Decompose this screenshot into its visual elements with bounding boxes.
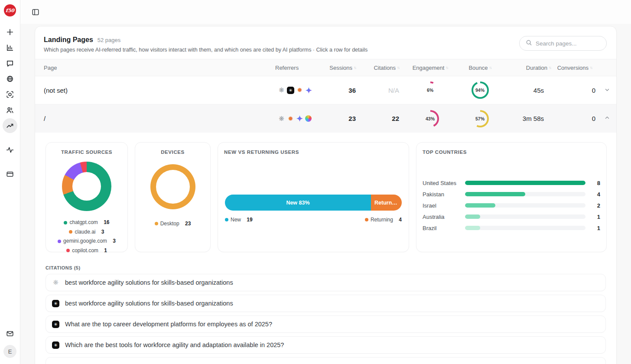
country-row: Australia 1 bbox=[423, 211, 600, 222]
sidebar-item-billing[interactable] bbox=[3, 167, 17, 182]
returning-users-segment: Returning 17% bbox=[371, 195, 402, 211]
citation-item[interactable]: best workforce agility solutions for ski… bbox=[46, 295, 606, 312]
panel-toggle-icon bbox=[32, 8, 39, 16]
sidebar-item-web[interactable] bbox=[3, 72, 17, 86]
chatgpt-icon bbox=[278, 87, 285, 94]
column-header-page[interactable]: Page bbox=[35, 65, 267, 71]
conversions-cell: 0 bbox=[557, 87, 598, 94]
citation-item[interactable]: What are the top career development plat… bbox=[46, 315, 606, 333]
legend-item: Returning 4 bbox=[365, 217, 402, 223]
new-vs-returning-legend: New 19 Returning 4 bbox=[225, 217, 402, 223]
devices-card: DEVICES Desktop 23 bbox=[135, 142, 211, 252]
engagement-ring: 6% bbox=[422, 81, 439, 99]
search-pages-box[interactable] bbox=[519, 36, 607, 51]
chevron-up-icon bbox=[604, 115, 610, 122]
sidebar-item-conversations[interactable] bbox=[3, 56, 17, 71]
landing-pages-card: Landing Pages 52 pages Which pages recei… bbox=[35, 26, 617, 364]
user-avatar[interactable]: E bbox=[3, 345, 16, 358]
citation-text: best workforce agility solutions for ski… bbox=[65, 279, 233, 286]
sidebar-item-tracking[interactable] bbox=[3, 87, 17, 102]
column-header-conversions[interactable]: Conversions bbox=[557, 65, 598, 71]
trend-up-icon bbox=[6, 122, 14, 130]
column-header-sessions[interactable]: Sessions bbox=[319, 65, 362, 71]
app-root: f50 bbox=[0, 0, 631, 364]
traffic-sources-legend: chatgpt.com 16claude.ai 3 gemini.google.… bbox=[52, 218, 121, 255]
bar-chart-icon bbox=[6, 44, 14, 52]
sessions-cell: 23 bbox=[319, 115, 362, 122]
card-header: Landing Pages 52 pages Which pages recei… bbox=[35, 26, 616, 59]
chatgpt-icon bbox=[52, 279, 59, 286]
new-vs-returning-card: NEW VS RETURNING USERS New 83% Returning… bbox=[218, 142, 409, 252]
ai-dark-icon bbox=[52, 341, 59, 349]
country-row: United States 8 bbox=[423, 177, 600, 188]
devices-legend: Desktop 23 bbox=[141, 221, 204, 227]
citations-cell: N/A bbox=[362, 87, 405, 94]
ai-dark-icon bbox=[287, 87, 294, 94]
chevron-down-icon bbox=[604, 87, 610, 94]
bounce-ring: 57% bbox=[472, 110, 489, 127]
inbox-button[interactable] bbox=[3, 326, 17, 341]
new-vs-returning-bar: New 83% Returning 17% bbox=[225, 195, 402, 211]
gemini-icon bbox=[305, 87, 312, 94]
citation-text: What are the top career development plat… bbox=[65, 321, 272, 328]
new-item-button[interactable] bbox=[3, 25, 17, 39]
citation-item[interactable]: Which are the best tools for workforce a… bbox=[46, 336, 606, 354]
country-row: Pakistan 4 bbox=[423, 188, 600, 200]
new-vs-returning-title: NEW VS RETURNING USERS bbox=[224, 150, 403, 155]
country-row: Israel 2 bbox=[423, 200, 600, 211]
citation-item[interactable]: best workforce agility solutions for ski… bbox=[46, 274, 606, 291]
citations-heading: CITATIONS (5) bbox=[46, 265, 606, 270]
citations-section: CITATIONS (5) best workforce agility sol… bbox=[35, 252, 616, 364]
users-icon bbox=[6, 106, 14, 114]
traffic-sources-card: TRAFFIC SOURCES chatgpt.com 16claude.ai … bbox=[46, 142, 128, 252]
column-header-duration[interactable]: Duration bbox=[505, 65, 557, 71]
search-pages-input[interactable] bbox=[536, 40, 600, 47]
ai-dark-icon bbox=[52, 321, 59, 328]
scan-eye-icon bbox=[6, 91, 14, 98]
engagement-ring: 43% bbox=[422, 110, 439, 127]
referrers-cell bbox=[267, 115, 319, 122]
topbar bbox=[20, 0, 631, 24]
row-detail-panel: TRAFFIC SOURCES chatgpt.com 16claude.ai … bbox=[35, 133, 616, 252]
duration-cell: 3m 58s bbox=[505, 115, 557, 122]
copilot-icon bbox=[305, 115, 312, 122]
country-row: Brazil 1 bbox=[423, 222, 600, 234]
column-header-bounce[interactable]: Bounce bbox=[455, 65, 505, 71]
page-subtitle: Which pages receive AI-referred traffic,… bbox=[44, 47, 368, 53]
collapse-row-button[interactable] bbox=[598, 115, 616, 122]
citations-cell: 22 bbox=[362, 115, 405, 122]
expand-row-button[interactable] bbox=[598, 87, 616, 94]
plus-icon bbox=[6, 28, 14, 36]
citation-text: best workforce agility solutions for ski… bbox=[65, 300, 233, 307]
column-header-referrers[interactable]: Referrers bbox=[267, 65, 319, 71]
sidebar-item-analytics[interactable] bbox=[3, 40, 17, 55]
top-countries-title: TOP COUNTRIES bbox=[423, 150, 600, 155]
page-title: Landing Pages bbox=[44, 36, 93, 44]
table-row[interactable]: / 23 22 43% 57% 3m 58s 0 bbox=[35, 104, 616, 133]
chatgpt-icon bbox=[278, 115, 285, 122]
sidebar-item-audience[interactable] bbox=[3, 103, 17, 117]
sort-icon bbox=[446, 65, 448, 70]
pages-count-badge: 52 pages bbox=[98, 37, 121, 43]
page-cell: (not set) bbox=[35, 87, 267, 94]
search-icon bbox=[526, 39, 532, 48]
toggle-sidebar-button[interactable] bbox=[28, 5, 43, 20]
citation-item[interactable] bbox=[46, 357, 606, 364]
claude-icon bbox=[287, 115, 294, 122]
ai-dark-icon bbox=[52, 300, 59, 307]
content: Landing Pages 52 pages Which pages recei… bbox=[20, 24, 631, 364]
sidebar-item-activity[interactable] bbox=[3, 143, 17, 157]
sidebar-item-performance[interactable] bbox=[3, 118, 17, 133]
table-row[interactable]: (not set) 36 N/A 6% 94% 45s 0 bbox=[35, 76, 616, 104]
top-countries-card: TOP COUNTRIES United States 8 Pakistan 4 bbox=[416, 142, 607, 252]
column-header-engagement[interactable]: Engagement bbox=[405, 65, 455, 71]
chat-bubble-icon bbox=[6, 59, 14, 67]
sessions-cell: 36 bbox=[319, 87, 362, 94]
bounce-ring: 94% bbox=[472, 81, 489, 99]
sort-icon bbox=[489, 65, 491, 70]
legend-item: New 19 bbox=[225, 217, 253, 223]
column-header-citations[interactable]: Citations bbox=[362, 65, 405, 71]
citation-text: Which are the best tools for workforce a… bbox=[65, 341, 284, 348]
sort-icon bbox=[549, 65, 551, 70]
f50-logo[interactable]: f50 bbox=[4, 4, 16, 16]
